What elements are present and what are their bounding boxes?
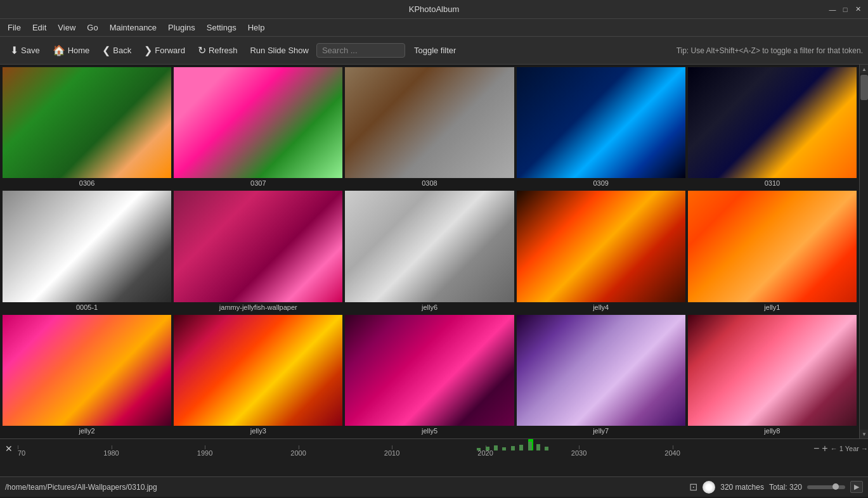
- photo-thumb-jelly8: [688, 315, 857, 426]
- histogram-bar: [545, 447, 548, 450]
- maximize-button[interactable]: □: [840, 4, 850, 15]
- timeline-tick-1980: [112, 445, 112, 449]
- status-bar: /home/team/Pictures/All-Wallpapers/0310.…: [0, 476, 868, 497]
- timeline-cancel-button[interactable]: ✕: [3, 442, 15, 455]
- menu-item-settings[interactable]: Settings: [202, 22, 242, 34]
- photo-cell-0309[interactable]: 0309: [515, 66, 687, 189]
- photo-label-0309: 0309: [593, 178, 608, 188]
- photo-cell-jelly8[interactable]: jelly8: [687, 314, 858, 437]
- close-button[interactable]: ✕: [853, 4, 863, 15]
- photo-thumb-0306: [3, 67, 171, 178]
- search-input[interactable]: [316, 43, 405, 58]
- photo-thumb-jelly6: [345, 191, 514, 302]
- matches-count: 320 matches: [720, 483, 764, 492]
- timeline-tick-2040: [673, 445, 673, 449]
- photo-thumb-jammy-jellyfish-wallpaper: [174, 191, 342, 302]
- minimize-button[interactable]: —: [827, 4, 838, 15]
- thumbnail-icon: ⊡: [689, 481, 697, 493]
- photo-thumb-jelly7: [517, 315, 685, 426]
- photo-cell-jelly4[interactable]: jelly4: [515, 189, 687, 313]
- photo-cell-0310[interactable]: 0310: [687, 66, 858, 189]
- window-controls: — □ ✕: [827, 4, 863, 15]
- timeline-scale[interactable]: 19701980199020002010202020302040779: [18, 439, 868, 458]
- photo-cell-jammy-jellyfish-wallpaper[interactable]: jammy-jellyfish-wallpaper: [172, 189, 344, 313]
- menu-bar: FileEditViewGoMaintenancePluginsSettings…: [0, 19, 868, 37]
- thumb-size-slider-area[interactable]: [807, 485, 845, 489]
- photo-cell-jelly3[interactable]: jelly3: [172, 314, 344, 437]
- year-label-2040: 2040: [664, 449, 680, 457]
- app-title: KPhotoAlbum: [409, 4, 460, 14]
- histogram-bar: [511, 446, 515, 450]
- photo-label-jelly7: jelly7: [593, 426, 609, 436]
- scroll-down-arrow[interactable]: ▼: [860, 430, 868, 438]
- toggle-filter-button[interactable]: Toggle filter: [408, 44, 462, 57]
- scroll-up-arrow[interactable]: ▲: [860, 65, 868, 73]
- timeline-tick-2000: [299, 445, 299, 449]
- timeline-tick-2010: [392, 445, 392, 449]
- photo-label-jelly3: jelly3: [250, 426, 266, 436]
- photo-label-jelly5: jelly5: [422, 426, 437, 436]
- menu-item-view[interactable]: View: [53, 22, 81, 34]
- histogram-bar: [486, 447, 489, 450]
- home-icon: 🏠: [53, 44, 65, 56]
- thumb-size-slider[interactable]: [807, 485, 845, 489]
- photo-cell-jelly6[interactable]: jelly6: [344, 189, 515, 313]
- photo-cell-0307[interactable]: 0307: [172, 66, 344, 189]
- menu-item-edit[interactable]: Edit: [27, 22, 51, 34]
- menu-item-go[interactable]: Go: [82, 22, 103, 34]
- refresh-icon: ↻: [198, 44, 206, 56]
- photo-cell-jelly5[interactable]: jelly5: [344, 314, 515, 437]
- forward-icon: ❯: [144, 44, 152, 56]
- vertical-scrollbar[interactable]: ▲ ▼: [859, 65, 868, 438]
- photo-thumb-jelly2: [3, 315, 171, 426]
- histogram-bar: [494, 445, 498, 450]
- photo-thumb-0308: [345, 67, 514, 178]
- year-label-1980: 1980: [103, 449, 119, 457]
- status-scroll-right-button[interactable]: ▶: [850, 481, 863, 493]
- photo-cell-jelly2[interactable]: jelly2: [1, 314, 172, 437]
- scroll-track[interactable]: [860, 73, 868, 430]
- photo-thumb-jelly1: [688, 191, 857, 302]
- toolbar: ⬇ Save 🏠 Home ❮ Back ❯ Forward ↻ Refresh…: [0, 37, 868, 65]
- photo-cell-0306[interactable]: 0306: [1, 66, 172, 189]
- home-button[interactable]: 🏠 Home: [48, 42, 95, 58]
- histogram-bar: [528, 442, 532, 450]
- back-button[interactable]: ❮ Back: [97, 42, 136, 58]
- zoom-out-button[interactable]: −: [813, 443, 819, 454]
- photo-label-jelly1: jelly1: [764, 302, 780, 312]
- photo-cell-jelly1[interactable]: jelly1: [687, 189, 858, 313]
- photo-cell-jelly7[interactable]: jelly7: [515, 314, 687, 437]
- histogram-bar: [502, 447, 506, 450]
- photo-thumb-0309: [517, 67, 685, 178]
- menu-item-help[interactable]: Help: [243, 22, 270, 34]
- histogram-bar: [536, 444, 540, 450]
- photo-label-jelly2: jelly2: [79, 426, 95, 436]
- menu-item-maintenance[interactable]: Maintenance: [105, 22, 162, 34]
- slider-knob[interactable]: [832, 483, 839, 490]
- photo-thumb-0307: [174, 67, 342, 178]
- save-icon: ⬇: [10, 44, 18, 56]
- zoom-label: ← 1 Year →: [831, 445, 868, 452]
- photo-cell-0308[interactable]: 0308: [344, 66, 515, 189]
- forward-label: Forward: [155, 46, 185, 55]
- slideshow-label: Run Slide Show: [250, 46, 309, 55]
- photo-grid: 030603070308030903100005-1jammy-jellyfis…: [0, 65, 859, 438]
- zoom-in-button[interactable]: +: [822, 443, 827, 454]
- file-path: /home/team/Pictures/All-Wallpapers/0310.…: [5, 483, 684, 492]
- photo-cell-0005-1[interactable]: 0005-1: [1, 189, 172, 313]
- timeline-tick-2030: [579, 445, 580, 449]
- slideshow-button[interactable]: Run Slide Show: [245, 44, 314, 57]
- tip-text: Tip: Use Alt+Shift+<A-Z> to toggle a fil…: [677, 46, 863, 55]
- timeline-bar: ✕ 19701980199020002010202020302040779 − …: [0, 438, 868, 476]
- forward-button[interactable]: ❯ Forward: [139, 42, 190, 58]
- photo-label-jelly4: jelly4: [593, 302, 609, 312]
- photo-thumb-jelly5: [345, 315, 514, 426]
- menu-item-plugins[interactable]: Plugins: [163, 22, 200, 34]
- timeline-tick-1990: [205, 445, 205, 449]
- photo-label-0308: 0308: [422, 178, 437, 188]
- photo-thumb-0005-1: [3, 191, 171, 302]
- save-button[interactable]: ⬇ Save: [5, 42, 45, 58]
- refresh-button[interactable]: ↻ Refresh: [193, 42, 243, 58]
- menu-item-file[interactable]: File: [3, 22, 26, 34]
- timeline-controls: − + ← 1 Year →: [811, 439, 868, 458]
